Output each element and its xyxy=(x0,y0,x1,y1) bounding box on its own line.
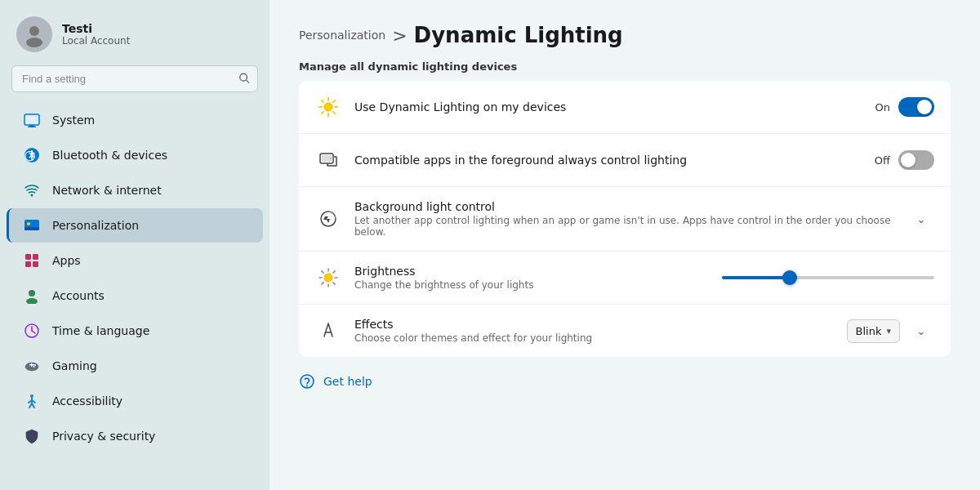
effects-expand-btn[interactable]: ⌄ xyxy=(908,318,934,344)
background-light-expand-btn[interactable]: ⌄ xyxy=(908,206,934,232)
svg-rect-15 xyxy=(25,261,31,267)
svg-point-12 xyxy=(27,222,30,225)
svg-point-46 xyxy=(324,274,332,282)
brightness-text: Brightness Change the brightness of your… xyxy=(354,265,709,291)
foreground-control-toggle[interactable] xyxy=(898,150,934,170)
chevron-down-icon: ▾ xyxy=(886,326,891,336)
effects-icon xyxy=(315,318,341,344)
user-profile: Testi Local Account xyxy=(0,0,270,65)
svg-rect-6 xyxy=(28,127,36,128)
search-icon xyxy=(238,72,250,86)
user-account-type: Local Account xyxy=(62,35,130,47)
svg-rect-14 xyxy=(33,254,38,260)
page-title: Dynamic Lighting xyxy=(414,23,623,47)
svg-line-54 xyxy=(322,283,323,284)
user-name: Testi xyxy=(62,22,130,35)
svg-line-39 xyxy=(333,112,335,114)
sidebar-item-accessibility-label: Accessibility xyxy=(52,394,122,408)
background-light-text: Background light control Let another app… xyxy=(354,200,895,238)
bluetooth-icon: ⃝ xyxy=(23,146,41,164)
sidebar-item-gaming[interactable]: Gaming xyxy=(7,349,263,383)
toggle-thumb-off xyxy=(901,153,915,167)
svg-point-33 xyxy=(324,103,332,111)
toggle-thumb xyxy=(917,100,932,114)
avatar xyxy=(16,16,52,52)
help-link-text: Get help xyxy=(323,375,372,388)
svg-line-41 xyxy=(322,112,323,114)
background-light-title: Background light control xyxy=(354,200,895,213)
sidebar-item-system-label: System xyxy=(52,114,95,127)
sidebar-item-privacy[interactable]: Privacy & security xyxy=(7,419,263,453)
effects-dropdown-value: Blink xyxy=(856,325,882,337)
effects-dropdown[interactable]: Blink ▾ xyxy=(847,319,900,343)
use-dynamic-lighting-row: Use Dynamic Lighting on my devices On xyxy=(299,81,951,134)
svg-point-26 xyxy=(33,366,35,368)
breadcrumb: Personalization > Dynamic Lighting xyxy=(299,23,951,47)
time-icon xyxy=(23,322,41,340)
svg-rect-11 xyxy=(24,227,39,230)
effects-row: Effects Choose color themes and effect f… xyxy=(299,305,951,357)
sidebar-item-accessibility[interactable]: Accessibility xyxy=(7,384,263,418)
background-light-desc: Let another app control lighting when an… xyxy=(354,215,895,238)
user-info: Testi Local Account xyxy=(62,22,130,47)
accounts-icon xyxy=(23,287,41,305)
foreground-control-row: Compatible apps in the foreground always… xyxy=(299,134,951,187)
brightness-desc: Change the brightness of your lights xyxy=(354,279,709,291)
foreground-control-text: Compatible apps in the foreground always… xyxy=(354,154,862,167)
svg-point-1 xyxy=(26,38,42,47)
sidebar-item-system[interactable]: System xyxy=(7,103,263,137)
effects-control: Blink ▾ ⌄ xyxy=(847,318,934,344)
foreground-control-title: Compatible apps in the foreground always… xyxy=(354,154,862,167)
main-content: Personalization > Dynamic Lighting Manag… xyxy=(270,0,980,490)
background-light-icon xyxy=(315,206,341,232)
sidebar-item-privacy-label: Privacy & security xyxy=(52,430,155,443)
use-dynamic-lighting-title: Use Dynamic Lighting on my devices xyxy=(354,100,862,114)
use-dynamic-lighting-toggle[interactable] xyxy=(898,97,934,117)
svg-point-0 xyxy=(29,26,39,36)
system-icon xyxy=(23,111,41,129)
svg-point-9 xyxy=(31,194,33,197)
brightness-control xyxy=(722,276,934,279)
use-dynamic-lighting-control: On xyxy=(875,97,934,117)
sidebar-item-network[interactable]: Network & internet xyxy=(7,173,263,207)
sidebar-item-gaming-label: Gaming xyxy=(52,359,97,372)
breadcrumb-separator: > xyxy=(392,25,407,46)
brightness-slider[interactable] xyxy=(722,276,934,279)
sidebar-item-personalization[interactable]: Personalization xyxy=(7,208,263,243)
svg-rect-16 xyxy=(33,261,38,267)
sidebar-item-accounts[interactable]: Accounts xyxy=(7,278,263,313)
brightness-slider-thumb xyxy=(782,270,797,285)
nav-menu: System ⃝ Bluetooth & devices xyxy=(0,102,270,454)
gaming-icon xyxy=(23,357,41,375)
svg-line-53 xyxy=(333,271,335,273)
personalization-icon xyxy=(23,216,41,234)
svg-rect-13 xyxy=(25,254,31,260)
sidebar-item-bluetooth-label: Bluetooth & devices xyxy=(52,149,167,162)
sidebar-item-accounts-label: Accounts xyxy=(52,289,105,302)
search-input[interactable] xyxy=(11,65,258,92)
sidebar-item-bluetooth[interactable]: ⃝ Bluetooth & devices xyxy=(7,138,263,172)
effects-title: Effects xyxy=(354,318,834,331)
effects-text: Effects Choose color themes and effect f… xyxy=(354,318,834,344)
sidebar-item-apps[interactable]: Apps xyxy=(7,243,263,278)
foreground-control-control: Off xyxy=(875,150,934,170)
brightness-row: Brightness Change the brightness of your… xyxy=(299,252,951,305)
privacy-icon xyxy=(23,427,41,445)
help-link[interactable]: Get help xyxy=(299,373,951,390)
sidebar-item-time[interactable]: Time & language xyxy=(7,314,263,348)
svg-point-57 xyxy=(306,385,308,387)
svg-point-25 xyxy=(34,364,36,366)
brightness-slider-container[interactable] xyxy=(722,276,934,279)
search-box[interactable] xyxy=(11,65,258,92)
svg-point-2 xyxy=(240,74,247,81)
svg-line-32 xyxy=(32,403,34,408)
sidebar-item-personalization-label: Personalization xyxy=(52,219,139,232)
svg-line-51 xyxy=(322,271,323,273)
foreground-control-icon xyxy=(315,147,341,173)
apps-icon xyxy=(23,252,41,270)
help-icon xyxy=(299,373,315,390)
breadcrumb-parent: Personalization xyxy=(299,29,385,42)
effects-dropdown-select[interactable]: Blink ▾ xyxy=(847,319,900,343)
svg-point-17 xyxy=(29,290,35,296)
dynamic-lighting-icon xyxy=(315,94,341,120)
